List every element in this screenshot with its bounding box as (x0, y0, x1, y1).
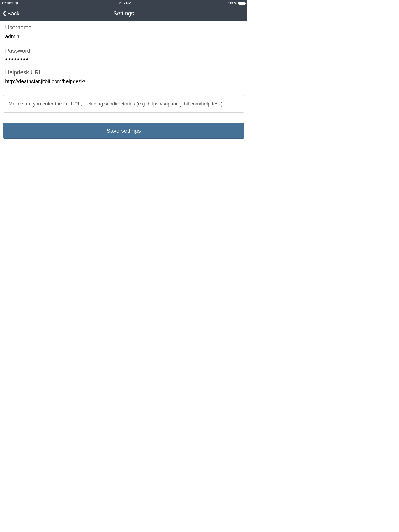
info-box: Make sure you enter the full URL, includ… (3, 95, 244, 113)
username-label: Username (5, 24, 242, 31)
back-button[interactable]: Back (3, 10, 19, 17)
username-input[interactable] (5, 34, 242, 39)
url-label: Helpdesk URL (5, 69, 242, 76)
carrier-label: Carrier (2, 1, 13, 5)
nav-title: Settings (113, 10, 134, 17)
battery-icon (238, 2, 246, 5)
battery-percent: 100% (228, 1, 237, 5)
status-left: Carrier (2, 1, 19, 5)
back-label: Back (7, 10, 19, 17)
nav-bar: Back Settings (0, 6, 247, 21)
password-group: Password ●●●●●●●● (0, 44, 247, 65)
save-settings-button[interactable]: Save settings (3, 123, 244, 139)
password-input[interactable]: ●●●●●●●● (5, 57, 242, 61)
url-input[interactable] (5, 78, 242, 84)
password-label: Password (5, 48, 242, 54)
chevron-left-icon (3, 11, 6, 16)
username-group: Username (0, 21, 247, 44)
status-bar: Carrier 10:15 PM 100% (0, 0, 247, 6)
url-group: Helpdesk URL (0, 65, 247, 89)
wifi-icon (15, 2, 19, 5)
status-time: 10:15 PM (19, 1, 228, 5)
status-right: 100% (228, 1, 246, 5)
